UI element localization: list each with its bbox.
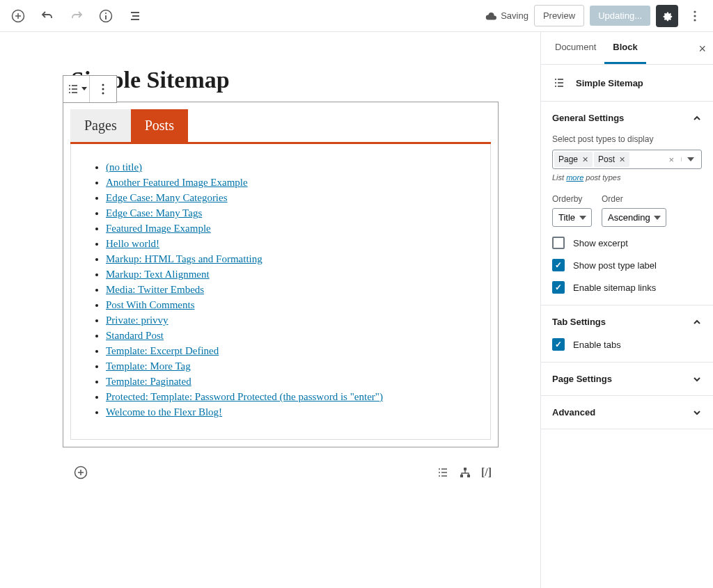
block-more-button[interactable] xyxy=(90,76,116,102)
outline-button[interactable] xyxy=(124,5,146,27)
sitemap-link[interactable]: Media: Twitter Embeds xyxy=(106,284,204,295)
sitemap-link[interactable]: Edge Case: Many Categories xyxy=(106,192,228,203)
settings-button[interactable] xyxy=(656,5,678,27)
sitemap-block[interactable]: PagesPosts (no title)Another Featured Im… xyxy=(63,102,499,447)
panel-general: General Settings Select post types to di… xyxy=(541,102,713,305)
list-item: Private: privvy xyxy=(106,315,469,326)
list-item: Featured Image Example xyxy=(106,223,469,235)
more-menu-button[interactable] xyxy=(684,5,706,27)
block-type-button[interactable] xyxy=(63,76,90,102)
list-item: Template: Excerpt Defined xyxy=(106,345,469,357)
remove-token-button[interactable]: ✕ xyxy=(582,155,588,164)
chevron-down-icon xyxy=(692,408,702,418)
list-item: Markup: HTML Tags and Formatting xyxy=(106,253,469,265)
list-item: Protected: Template: Password Protected … xyxy=(106,391,469,403)
sitemap-link[interactable]: Hello world! xyxy=(106,238,159,249)
tab-document[interactable]: Document xyxy=(547,32,604,64)
undo-button[interactable] xyxy=(36,5,58,27)
preview-button[interactable]: Preview xyxy=(534,5,584,26)
hierarchy-icon[interactable] xyxy=(459,466,471,479)
shortcode-label[interactable]: [/] xyxy=(481,466,492,479)
list-item: Post With Comments xyxy=(106,299,469,311)
cb-enable-links[interactable] xyxy=(552,281,565,294)
token-post: Post ✕ xyxy=(594,152,629,167)
sitemap-link[interactable]: Featured Image Example xyxy=(106,223,211,234)
add-block-bottom-button[interactable] xyxy=(70,461,92,484)
cb-show-label-row[interactable]: Show post type label xyxy=(552,259,702,271)
sitemap-link[interactable]: Post With Comments xyxy=(106,299,194,310)
close-sidebar-button[interactable]: × xyxy=(696,39,709,59)
list-more-link[interactable]: more xyxy=(566,173,583,182)
sitemap-list: (no title)Another Featured Image Example… xyxy=(92,161,469,418)
sitemap-link[interactable]: (no title) xyxy=(106,161,142,173)
svg-point-8 xyxy=(102,93,104,95)
svg-rect-12 xyxy=(467,475,470,477)
sitemap-link[interactable]: Another Featured Image Example xyxy=(106,177,248,188)
info-button[interactable] xyxy=(95,5,117,27)
toolbar-right: Saving Preview Updating... xyxy=(485,5,706,27)
list-view-icon[interactable] xyxy=(437,466,449,479)
sidebar-tabs: Document Block × xyxy=(541,32,713,65)
tab-block[interactable]: Block xyxy=(604,32,645,64)
list-item: Standard Post xyxy=(106,330,469,342)
list-item: Markup: Text Alignment xyxy=(106,269,469,280)
cb-enable-links-row[interactable]: Enable sitemap links xyxy=(552,281,702,294)
svg-point-4 xyxy=(694,15,696,17)
cb-show-excerpt-row[interactable]: Show excerpt xyxy=(552,237,702,249)
tabs-wrap: PagesPosts (no title)Another Featured Im… xyxy=(63,102,498,447)
list-item: Another Featured Image Example xyxy=(106,177,469,189)
cb-enable-tabs[interactable] xyxy=(552,338,565,351)
saving-text: Saving xyxy=(501,10,528,21)
panel-page-settings: Page Settings xyxy=(541,363,713,396)
settings-sidebar: Document Block × Simple Sitemap General … xyxy=(540,32,713,588)
block-toolbar xyxy=(63,75,117,103)
block-header: Simple Sitemap xyxy=(541,65,713,102)
orderby-select[interactable]: Title xyxy=(552,208,592,227)
token-page: Page ✕ xyxy=(554,152,593,167)
tab-pages[interactable]: Pages xyxy=(70,109,131,142)
order-label: Order xyxy=(602,194,666,204)
sitemap-link[interactable]: Template: More Tag xyxy=(106,360,191,372)
tabs-content: (no title)Another Featured Image Example… xyxy=(70,144,491,440)
sitemap-link[interactable]: Standard Post xyxy=(106,330,164,341)
cb-show-excerpt[interactable] xyxy=(552,237,565,249)
panel-general-header[interactable]: General Settings xyxy=(541,102,713,134)
sitemap-link[interactable]: Edge Case: Many Tags xyxy=(106,207,202,218)
top-toolbar: Saving Preview Updating... xyxy=(0,0,713,32)
sitemap-link[interactable]: Template: Excerpt Defined xyxy=(106,345,219,356)
gear-icon xyxy=(661,10,673,22)
post-types-label: Select post types to display xyxy=(552,134,702,144)
svg-point-6 xyxy=(102,84,104,86)
svg-point-7 xyxy=(102,88,104,90)
panel-tab-settings-header[interactable]: Tab Settings xyxy=(541,305,713,338)
sitemap-link[interactable]: Welcome to the Flexr Blog! xyxy=(106,406,222,418)
sitemap-link[interactable]: Private: privvy xyxy=(106,315,169,326)
block-name-label: Simple Sitemap xyxy=(576,78,643,88)
cloud-icon xyxy=(485,12,496,20)
bottom-right-tools: [/] xyxy=(437,466,492,479)
order-select[interactable]: Ascending xyxy=(602,208,666,227)
sitemap-link[interactable]: Protected: Template: Password Protected … xyxy=(106,391,383,402)
post-types-select[interactable]: Page ✕Post ✕× xyxy=(552,150,702,169)
panel-page-settings-header[interactable]: Page Settings xyxy=(541,363,713,395)
sitemap-link[interactable]: Template: Paginated xyxy=(106,376,191,387)
toolbar-left xyxy=(7,5,146,27)
chevron-down-icon xyxy=(692,374,702,384)
sitemap-link[interactable]: Markup: Text Alignment xyxy=(106,269,210,280)
editor-area: Simple Sitemap PagesPosts (no title)Anot… xyxy=(0,32,540,588)
svg-point-5 xyxy=(694,19,696,21)
tab-posts[interactable]: Posts xyxy=(131,109,188,142)
cb-enable-tabs-row[interactable]: Enable tabs xyxy=(552,338,702,351)
svg-point-3 xyxy=(694,10,696,13)
redo-button[interactable] xyxy=(65,5,88,27)
panel-advanced-header[interactable]: Advanced xyxy=(541,396,713,429)
clear-tokens-button[interactable]: × xyxy=(663,154,680,165)
list-item: Edge Case: Many Tags xyxy=(106,207,469,219)
sitemap-link[interactable]: Markup: HTML Tags and Formatting xyxy=(106,253,263,264)
add-block-button[interactable] xyxy=(7,5,29,27)
page-title[interactable]: Simple Sitemap xyxy=(71,67,499,93)
remove-token-button[interactable]: ✕ xyxy=(619,155,625,164)
expand-tokens-button[interactable] xyxy=(681,157,700,161)
cb-show-label[interactable] xyxy=(552,259,565,271)
list-block-icon xyxy=(552,76,566,90)
